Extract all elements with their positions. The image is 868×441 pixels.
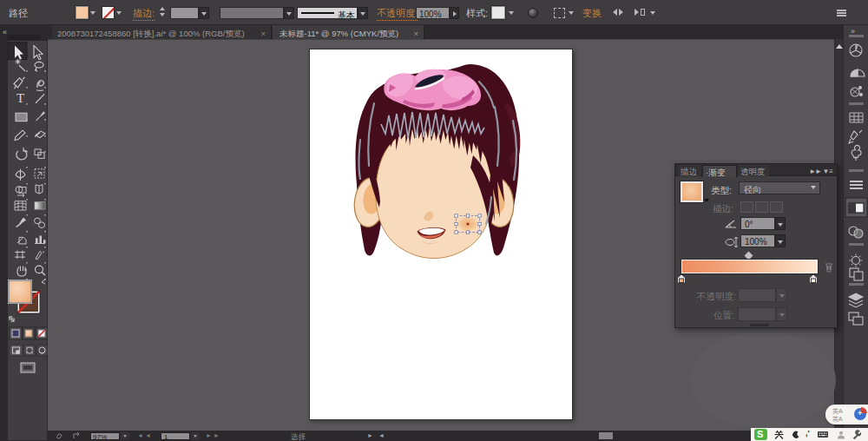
svg-text:T: T (16, 91, 24, 105)
